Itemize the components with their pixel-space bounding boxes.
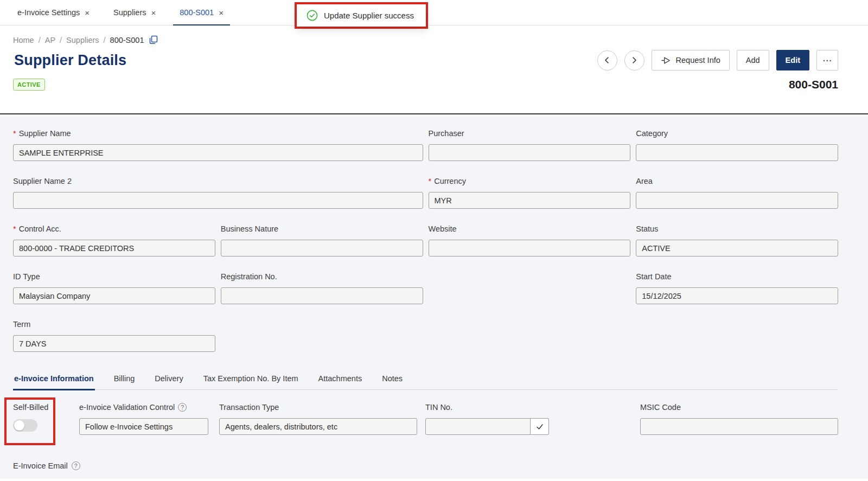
breadcrumb-current: 800-S001	[110, 36, 144, 44]
page-title: Supplier Details	[14, 52, 126, 69]
help-icon[interactable]: ?	[72, 461, 80, 470]
field-purchaser: Purchaser	[429, 129, 631, 161]
field-category: Category	[636, 129, 838, 161]
field-business-nature: Business Nature	[221, 225, 423, 256]
field-control-acc: *Control Acc.	[13, 225, 215, 256]
help-icon[interactable]: ?	[178, 403, 187, 412]
purchaser-input[interactable]	[429, 144, 631, 161]
tab-tax-exemption[interactable]: Tax Exemption No. By Item	[202, 374, 299, 390]
tin-no-input[interactable]	[425, 418, 531, 435]
website-input[interactable]	[429, 240, 631, 256]
section-tabs: e-Invoice Information Billing Delivery T…	[13, 374, 838, 390]
control-acc-input[interactable]	[13, 240, 215, 256]
self-billed-label: Self-Billed	[13, 403, 50, 412]
field-id-type: ID Type	[13, 272, 215, 304]
window-tab-einvoice-settings[interactable]: e-Invoice Settings ×	[5, 0, 101, 25]
field-supplier-name: *Supplier Name	[13, 129, 423, 161]
field-registration-no: Registration No.	[221, 272, 423, 304]
msic-code-input[interactable]	[640, 418, 838, 435]
area-input[interactable]	[636, 192, 838, 209]
breadcrumb-home[interactable]: Home	[13, 36, 34, 44]
window-tab-suppliers[interactable]: Suppliers ×	[101, 0, 168, 25]
check-icon	[535, 422, 544, 431]
field-einvoice-email: E-Invoice Email ?	[13, 461, 868, 470]
transaction-type-input[interactable]	[219, 418, 417, 435]
page-header: Home / AP / Suppliers / 800-S001 Supplie…	[0, 25, 868, 114]
breadcrumb-suppliers[interactable]: Suppliers	[66, 36, 99, 44]
tab-billing[interactable]: Billing	[113, 374, 136, 390]
window-tab-label: 800-S001	[180, 8, 214, 17]
status-label: Status	[636, 225, 658, 233]
close-icon[interactable]: ×	[219, 9, 224, 17]
supplier-name-label: Supplier Name	[19, 129, 71, 138]
toast-message: Update Supplier success	[324, 11, 414, 20]
supplier-form: *Supplier Name Purchaser Category Suppli…	[0, 114, 868, 479]
status-input[interactable]	[636, 240, 838, 256]
currency-label: Currency	[434, 177, 466, 185]
annotation-box-self-billed: Self-Billed	[4, 397, 55, 445]
category-input[interactable]	[636, 144, 838, 161]
breadcrumb: Home / AP / Suppliers / 800-S001	[0, 25, 868, 44]
check-circle-icon	[307, 10, 318, 21]
tab-attachments[interactable]: Attachments	[317, 374, 363, 390]
field-term: Term	[13, 320, 215, 352]
currency-input[interactable]	[429, 192, 631, 209]
field-validation-control: e-Invoice Validation Control ?	[79, 403, 208, 435]
more-options-button[interactable]: ⋯	[816, 50, 838, 70]
field-status: Status	[636, 225, 838, 256]
field-tin-no: TIN No.	[425, 403, 549, 435]
term-label: Term	[13, 320, 30, 329]
field-transaction-type: Transaction Type	[219, 403, 417, 435]
business-nature-input[interactable]	[221, 240, 423, 256]
status-badge: ACTIVE	[13, 79, 45, 91]
send-icon	[661, 55, 671, 66]
request-info-label: Request Info	[676, 56, 720, 65]
supplier-name-input[interactable]	[13, 144, 423, 161]
registration-no-input[interactable]	[221, 287, 423, 304]
record-code: 800-S001	[789, 78, 838, 91]
id-type-input[interactable]	[13, 287, 215, 304]
self-billed-toggle[interactable]	[13, 419, 37, 432]
tab-einvoice-information[interactable]: e-Invoice Information	[13, 374, 95, 390]
start-date-label: Start Date	[636, 272, 671, 281]
category-label: Category	[636, 129, 668, 138]
window-tab-label: Suppliers	[113, 8, 146, 17]
tin-validate-button[interactable]	[531, 418, 549, 435]
id-type-label: ID Type	[13, 272, 40, 281]
validation-control-label: e-Invoice Validation Control	[79, 403, 175, 412]
header-actions: Request Info Add Edit ⋯	[597, 50, 838, 70]
field-start-date: Start Date	[636, 272, 838, 304]
supplier-name-2-input[interactable]	[13, 192, 423, 209]
chevron-right-icon	[630, 56, 638, 64]
start-date-input[interactable]	[636, 287, 838, 304]
window-tab-label: e-Invoice Settings	[17, 8, 80, 17]
next-record-button[interactable]	[624, 50, 644, 70]
msic-code-label: MSIC Code	[640, 403, 681, 412]
toggle-knob	[14, 420, 24, 431]
window-tabstrip: e-Invoice Settings × Suppliers × 800-S00…	[0, 0, 868, 25]
validation-control-input[interactable]	[79, 418, 208, 435]
tab-notes[interactable]: Notes	[381, 374, 404, 390]
tab-delivery[interactable]: Delivery	[154, 374, 184, 390]
transaction-type-label: Transaction Type	[219, 403, 279, 412]
term-input[interactable]	[13, 335, 215, 352]
chevron-left-icon	[603, 56, 611, 64]
request-info-button[interactable]: Request Info	[652, 50, 730, 70]
annotation-box-toast: Update Supplier success	[295, 2, 428, 29]
previous-record-button[interactable]	[597, 50, 617, 70]
field-currency: *Currency	[429, 177, 631, 209]
control-acc-label: Control Acc.	[19, 225, 61, 233]
breadcrumb-separator: /	[39, 36, 41, 44]
breadcrumb-separator: /	[104, 36, 106, 44]
window-tab-800-s001[interactable]: 800-S001 ×	[168, 0, 235, 25]
website-label: Website	[429, 225, 457, 233]
add-button[interactable]: Add	[737, 50, 769, 70]
close-icon[interactable]: ×	[85, 9, 90, 17]
registration-no-label: Registration No.	[221, 272, 277, 281]
edit-button[interactable]: Edit	[776, 50, 809, 70]
required-asterisk: *	[429, 177, 432, 185]
close-icon[interactable]: ×	[151, 9, 156, 17]
breadcrumb-ap[interactable]: AP	[45, 36, 55, 44]
field-area: Area	[636, 177, 838, 209]
copy-icon[interactable]	[149, 35, 158, 44]
